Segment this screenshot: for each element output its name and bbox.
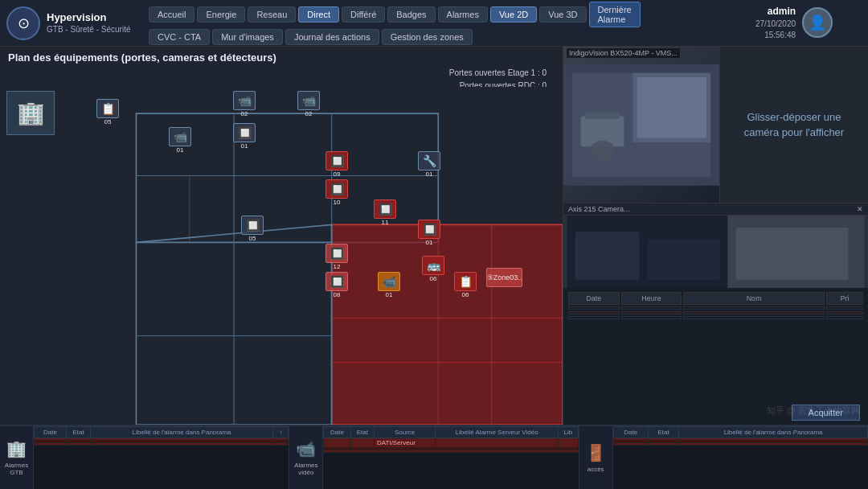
bottom-panel-video: 📹 Alarmesvidéo Date Etat Source Libellé … xyxy=(289,426,579,489)
app-title: Hypervision xyxy=(47,11,130,25)
table-row[interactable] xyxy=(35,443,289,446)
device-02-right[interactable]: 📹 02 xyxy=(297,91,320,117)
device-10[interactable]: 🔲 10 xyxy=(326,179,348,206)
app-subtitle: GTB - Sûreté - Sécurité xyxy=(47,24,130,35)
col-nom: Nom xyxy=(683,292,825,305)
device-09[interactable]: 🔲 09 xyxy=(326,151,348,178)
main-content: Plan des équipements (portes, cameras et… xyxy=(0,47,868,425)
bottom-bar: 🏢 AlarmesGTB Date Etat Libellé de l'alar… xyxy=(0,425,868,489)
drop-zone[interactable]: Glisser-déposer une caméra pour l'affich… xyxy=(719,47,868,203)
device-05-rdc[interactable]: 🔲 05 xyxy=(241,216,264,242)
logo-area: ⊙ Hypervision GTB - Sûreté - Sécurité xyxy=(0,6,149,40)
map-area: Plan des équipements (portes, cameras et… xyxy=(0,47,563,425)
user-area: admin 27/10/2020 15:56:48 👤 xyxy=(747,5,868,41)
nav-vue3d[interactable]: Vue 3D xyxy=(539,6,586,23)
svg-rect-27 xyxy=(736,228,849,280)
gtb-alarm-table: Date Etat Libellé de l'alarme dans Panor… xyxy=(34,426,289,446)
user-date: 27/10/2020 xyxy=(755,18,796,30)
username: admin xyxy=(755,5,796,18)
gtb-table-area: Date Etat Libellé de l'alarme dans Panor… xyxy=(34,426,289,489)
acc-col-libelle: Libellé de l'alarme dans Panorama xyxy=(679,427,868,438)
camera-feed-main[interactable]: IndigoVision BX520-4MP - VMS... xyxy=(563,47,719,203)
nav-accueil[interactable]: Accueil xyxy=(149,6,194,23)
app-logo: ⊙ xyxy=(6,6,40,40)
col-date: Date xyxy=(568,292,620,305)
table-row[interactable]: DATI/Serveur xyxy=(324,438,578,448)
nav-vue2d[interactable]: Vue 2D xyxy=(490,6,537,23)
floor-plan: 📋 05 📹 01 📹 02 🔲 01 📹 02 🔲 0 xyxy=(56,87,563,425)
alarm-table: Date Heure Nom Pri xyxy=(567,290,865,321)
top-navigation: ⊙ Hypervision GTB - Sûreté - Sécurité Ac… xyxy=(0,0,868,47)
axis-close[interactable]: ✕ xyxy=(857,205,863,213)
device-01-etage-lower[interactable]: 🔲 01 xyxy=(233,123,256,150)
camera-placeholder xyxy=(563,47,719,203)
nav-derniere-alarme[interactable]: DernièreAlarme xyxy=(589,2,641,27)
table-row[interactable] xyxy=(568,311,863,314)
svg-rect-6 xyxy=(332,224,563,425)
vid-col-etat: Etat xyxy=(350,427,374,438)
nav-energie[interactable]: Energie xyxy=(197,6,245,23)
nav-differe[interactable]: Différé xyxy=(342,6,385,23)
gtb-label: AlarmesGTB xyxy=(5,462,28,476)
table-row[interactable] xyxy=(568,316,863,319)
nav-row-1: Accueil Energie Reseau Direct Différé Ba… xyxy=(149,2,747,27)
device-06-b[interactable]: 📋 06 xyxy=(454,272,477,298)
access-label: accès xyxy=(588,466,604,473)
right-panel: IndigoVision BX520-4MP - VMS... xyxy=(563,47,868,425)
bottom-panel-gtb: 🏢 AlarmesGTB Date Etat Libellé de l'alar… xyxy=(0,426,289,489)
bottom-panel-access: 🚪 accès Date Etat Libellé de l'alarme da… xyxy=(579,426,868,489)
table-row[interactable] xyxy=(568,306,863,310)
nav-row-2: CVC - CTA Mur d'images Journal des actio… xyxy=(149,29,747,45)
device-12[interactable]: 🔲 12 xyxy=(326,244,348,270)
nav-mur-images[interactable]: Mur d'images xyxy=(212,29,283,45)
device-11[interactable]: 🔲 11 xyxy=(374,199,396,226)
acquitter-button[interactable]: Acquitter xyxy=(792,405,860,421)
camera-top-area: IndigoVision BX520-4MP - VMS... xyxy=(563,47,868,203)
svg-rect-24 xyxy=(575,232,640,280)
nav-reseau[interactable]: Reseau xyxy=(248,6,296,23)
svg-rect-21 xyxy=(637,77,706,138)
gtb-col-extra: ↑ xyxy=(273,427,289,438)
user-avatar: 👤 xyxy=(802,7,833,38)
camera-bottom-feed[interactable] xyxy=(563,216,868,288)
acc-col-date: Date xyxy=(613,427,648,438)
nav-direct[interactable]: Direct xyxy=(298,6,339,23)
camera-bottom-area: Axis 215 Camera... ✕ xyxy=(563,203,868,425)
device-05-etage[interactable]: 📋 05 xyxy=(96,99,119,125)
gtb-col-etat: Etat xyxy=(67,427,91,438)
camera-top-label: IndigoVision BX520-4MP - VMS... xyxy=(567,48,680,58)
access-icon-area: 🚪 accès xyxy=(579,426,613,489)
camera-video-icon: 📹 xyxy=(296,439,316,458)
gtb-icon-area: 🏢 AlarmesGTB xyxy=(0,426,34,489)
svg-rect-25 xyxy=(648,240,720,280)
device-zone03[interactable]: ⑤Zone03.. xyxy=(486,268,522,287)
vid-col-source: Source xyxy=(375,427,436,438)
vid-col-lib: Lib xyxy=(559,427,579,438)
user-time: 15:56:48 xyxy=(755,30,796,41)
svg-rect-19 xyxy=(585,112,620,119)
acc-col-etat: Etat xyxy=(648,427,678,438)
access-alarm-table: Date Etat Libellé de l'alarme dans Panor… xyxy=(613,426,868,446)
device-01-etage-cam[interactable]: 📹 01 xyxy=(169,127,191,154)
door-access-icon: 🚪 xyxy=(586,443,606,462)
device-01-orange[interactable]: 📹 01 xyxy=(378,272,400,298)
user-info: admin 27/10/2020 15:56:48 xyxy=(755,5,796,41)
nav-badges[interactable]: Badges xyxy=(387,6,435,23)
video-table-area: Date Etat Source Libellé Alarme Serveur … xyxy=(323,426,578,489)
device-01-right[interactable]: 🔧 01 xyxy=(418,151,440,178)
device-08[interactable]: 🔲 08 xyxy=(326,272,348,298)
device-01-mid[interactable]: 🔲 01 xyxy=(418,220,440,246)
table-row[interactable] xyxy=(613,443,867,446)
nav-buttons: Accueil Energie Reseau Direct Différé Ba… xyxy=(149,0,747,48)
axis-label: Axis 215 Camera... xyxy=(568,205,630,213)
nav-cvc-cta[interactable]: CVC - CTA xyxy=(149,29,210,45)
svg-point-20 xyxy=(589,140,615,161)
table-row[interactable] xyxy=(324,450,578,453)
nav-gestion-zones[interactable]: Gestion des zones xyxy=(382,29,473,45)
device-06-a[interactable]: 🚌 06 xyxy=(422,256,444,282)
nav-journal[interactable]: Journal des actions xyxy=(285,29,379,45)
app-title-area: Hypervision GTB - Sûreté - Sécurité xyxy=(47,11,130,35)
axis-camera-title: Axis 215 Camera... ✕ xyxy=(563,203,868,216)
nav-alarmes[interactable]: Alarmes xyxy=(438,6,488,23)
device-02-etage-upper[interactable]: 📹 02 xyxy=(233,91,256,117)
